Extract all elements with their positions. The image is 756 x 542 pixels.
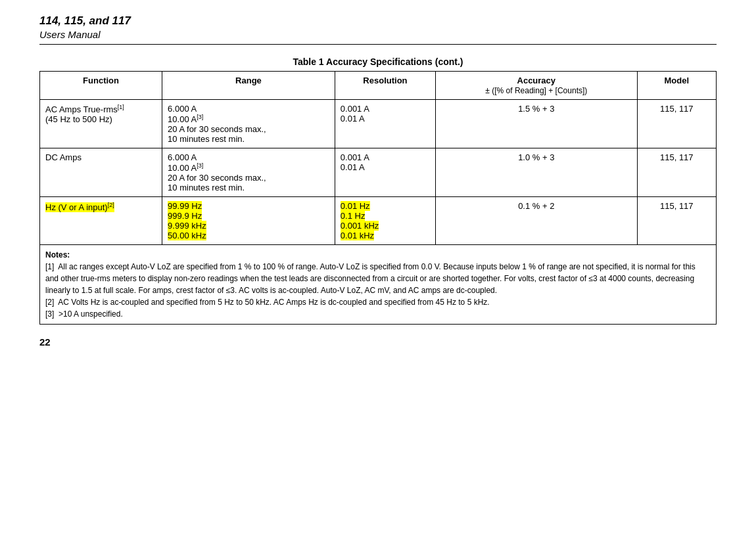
note-3: [3] >10 A unspecified. <box>45 309 123 319</box>
cell-accuracy-2: 1.0 % + 3 <box>436 148 638 197</box>
cell-model-2: 115, 117 <box>637 148 716 197</box>
cell-function-2: DC Amps <box>40 148 162 197</box>
col-header-function: Function <box>40 71 162 99</box>
cell-function-3: Hz (V or A input)[2] <box>40 197 162 245</box>
cell-range-2: 6.000 A 10.00 A[3] 20 A for 30 seconds m… <box>162 148 335 197</box>
cell-resolution-2: 0.001 A0.01 A <box>335 148 435 197</box>
col-header-range: Range <box>162 71 335 99</box>
cell-model-3: 115, 117 <box>637 197 716 245</box>
col-header-accuracy: Accuracy ± ([% of Reading] + [Counts]) <box>436 71 638 99</box>
notes-row: Notes: [1] All ac ranges except Auto-V L… <box>40 245 717 325</box>
cell-accuracy-3: 0.1 % + 2 <box>436 197 638 245</box>
header-subtitle: Users Manual <box>39 29 717 40</box>
cell-range-3: 99.99 Hz 999.9 Hz 9.999 kHz 50.00 kHz <box>162 197 335 245</box>
cell-function-1: AC Amps True-rms[1](45 Hz to 500 Hz) <box>40 99 162 148</box>
notes-label: Notes: <box>45 250 70 260</box>
cell-accuracy-1: 1.5 % + 3 <box>436 99 638 148</box>
note-1: [1] All ac ranges except Auto-V LoZ are … <box>45 262 696 295</box>
table-caption: Table 1 Accuracy Specifications (cont.) <box>39 56 717 67</box>
function-highlight: Hz (V or A input)[2] <box>45 202 114 212</box>
note-2: [2] AC Volts Hz is ac-coupled and specif… <box>45 298 490 307</box>
cell-model-1: 115, 117 <box>637 99 716 148</box>
cell-resolution-1: 0.001 A0.01 A <box>335 99 435 148</box>
header-title: 114, 115, and 117 <box>39 13 717 29</box>
header-divider <box>39 44 717 45</box>
cell-resolution-3: 0.01 Hz 0.1 Hz 0.001 kHz 0.01 kHz <box>335 197 435 245</box>
table-row: DC Amps 6.000 A 10.00 A[3] 20 A for 30 s… <box>40 148 717 197</box>
accuracy-table: Function Range Resolution Accuracy ± ([%… <box>39 71 717 325</box>
table-row: Hz (V or A input)[2] 99.99 Hz 999.9 Hz 9… <box>40 197 717 245</box>
cell-range-1: 6.000 A 10.00 A[3] 20 A for 30 seconds m… <box>162 99 335 148</box>
header: 114, 115, and 117 Users Manual <box>39 13 717 40</box>
col-header-model: Model <box>637 71 716 99</box>
col-header-resolution: Resolution <box>335 71 435 99</box>
table-row: AC Amps True-rms[1](45 Hz to 500 Hz) 6.0… <box>40 99 717 148</box>
notes-cell: Notes: [1] All ac ranges except Auto-V L… <box>40 245 717 325</box>
page-number: 22 <box>39 336 717 348</box>
